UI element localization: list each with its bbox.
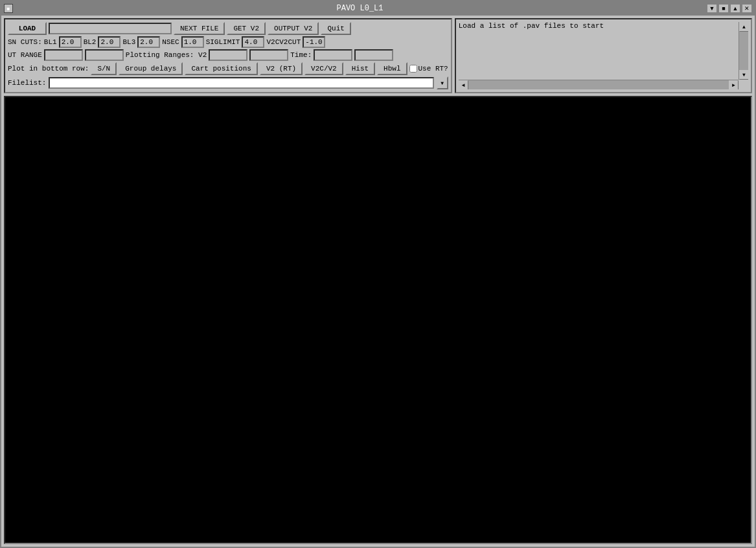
output-panel-inner: Load a list of .pav files to start ▲ ▼ ◄…: [459, 22, 748, 89]
scroll-left-button[interactable]: ◄: [459, 80, 468, 89]
next-file-button[interactable]: NEXT FILE: [174, 22, 225, 35]
output-panel: Load a list of .pav files to start ▲ ▼ ◄…: [455, 18, 752, 93]
hbwl-button[interactable]: Hbwl: [377, 62, 407, 75]
scroll-right-button[interactable]: ►: [729, 80, 739, 89]
main-window: ■ PAVO L0_L1 ▼ ■ ▲ ✕ LOAD NEXT FILE: [0, 0, 756, 548]
ut-range-from-input[interactable]: [44, 49, 83, 61]
output-text: Load a list of .pav files to start: [459, 22, 604, 30]
v2rt-button[interactable]: V2 (RT): [260, 62, 303, 75]
sn-cuts-label: SN CUTS:: [8, 38, 42, 46]
plot-row: Plot in bottom row: S/N Group delays Car…: [8, 62, 448, 75]
cart-positions-button[interactable]: Cart positions: [185, 62, 257, 75]
main-canvas: [4, 96, 752, 544]
siglimit-label: SIGLIMIT: [206, 38, 240, 46]
restore-button[interactable]: ■: [718, 4, 729, 13]
nsec-label: NSEC: [162, 38, 179, 46]
load-button[interactable]: LOAD: [8, 22, 47, 35]
bl3-input[interactable]: [137, 36, 160, 48]
scroll-v-track[interactable]: [739, 32, 748, 70]
siglimit-input[interactable]: [242, 36, 264, 48]
filelist-dropdown-button[interactable]: ▼: [437, 76, 448, 89]
window-icon-symbol: ■: [7, 6, 10, 12]
scroll-h-track[interactable]: [468, 80, 729, 89]
sn-button[interactable]: S/N: [91, 62, 117, 75]
time-label: Time:: [290, 51, 312, 59]
maximize-button[interactable]: ▲: [730, 4, 740, 13]
quit-button[interactable]: Quit: [321, 22, 350, 35]
sn-cuts-row: SN CUTS: BL1 BL2 BL3 NSEC SIGLIMIT: [8, 36, 448, 48]
vertical-scrollbar[interactable]: ▲ ▼: [739, 22, 748, 80]
bl1-input[interactable]: [59, 36, 82, 48]
plot-bottom-label: Plot in bottom row:: [8, 65, 89, 73]
v2cv2cut-label: V2CV2CUT: [266, 38, 301, 46]
ut-range-to-input[interactable]: [85, 49, 124, 61]
title-bar-controls: ▼ ■ ▲ ✕: [707, 4, 755, 13]
load-input[interactable]: [49, 23, 172, 34]
time-from-input[interactable]: [314, 49, 352, 61]
bl2-label: BL2: [84, 38, 97, 46]
filelist-label: Filelist:: [8, 79, 46, 87]
bl2-input[interactable]: [98, 36, 120, 48]
close-button[interactable]: ✕: [742, 4, 752, 13]
scroll-down-button[interactable]: ▼: [739, 70, 748, 80]
bl3-label: BL3: [122, 38, 135, 46]
time-to-input[interactable]: [354, 49, 393, 61]
use-rt-area: Use RT?: [409, 65, 448, 73]
plotting-ranges-label: Plotting Ranges: V2: [126, 51, 207, 59]
use-rt-label: Use RT?: [418, 65, 448, 73]
title-bar: ■ PAVO L0_L1 ▼ ■ ▲ ✕: [1, 1, 755, 16]
ut-range-label: UT RANGE: [8, 51, 42, 59]
dropdown-arrow-icon: ▼: [441, 80, 444, 86]
minimize-button[interactable]: ▼: [707, 4, 717, 13]
controls-panel: LOAD NEXT FILE GET V2 OUTPUT V2 Quit SN …: [4, 18, 452, 93]
filelist-row: Filelist: ▼: [8, 76, 448, 89]
nsec-input[interactable]: [181, 36, 204, 48]
v2cv2cut-input[interactable]: [303, 36, 325, 48]
hist-button[interactable]: Hist: [345, 62, 375, 75]
v2-range-from-input[interactable]: [209, 49, 247, 61]
ut-range-row: UT RANGE Plotting Ranges: V2 Time:: [8, 49, 448, 61]
output-v2-button[interactable]: OUTPUT V2: [268, 22, 319, 35]
v2cv2-button[interactable]: V2C/V2: [304, 62, 343, 75]
top-area: LOAD NEXT FILE GET V2 OUTPUT V2 Quit SN …: [4, 18, 752, 93]
window-icon[interactable]: ■: [4, 4, 13, 13]
use-rt-checkbox[interactable]: [409, 65, 417, 73]
window-body: LOAD NEXT FILE GET V2 OUTPUT V2 Quit SN …: [1, 16, 755, 547]
horizontal-scrollbar[interactable]: ◄ ►: [459, 80, 739, 89]
get-v2-button[interactable]: GET V2: [227, 22, 266, 35]
group-delays-button[interactable]: Group delays: [119, 62, 183, 75]
toolbar-row: LOAD NEXT FILE GET V2 OUTPUT V2 Quit: [8, 22, 448, 35]
window-title: PAVO L0_L1: [13, 4, 707, 13]
v2-range-to-input[interactable]: [249, 49, 288, 61]
title-bar-left: ■: [1, 4, 13, 13]
filelist-input[interactable]: [49, 77, 433, 89]
bl1-label: BL1: [44, 38, 57, 46]
scroll-up-button[interactable]: ▲: [739, 22, 748, 32]
